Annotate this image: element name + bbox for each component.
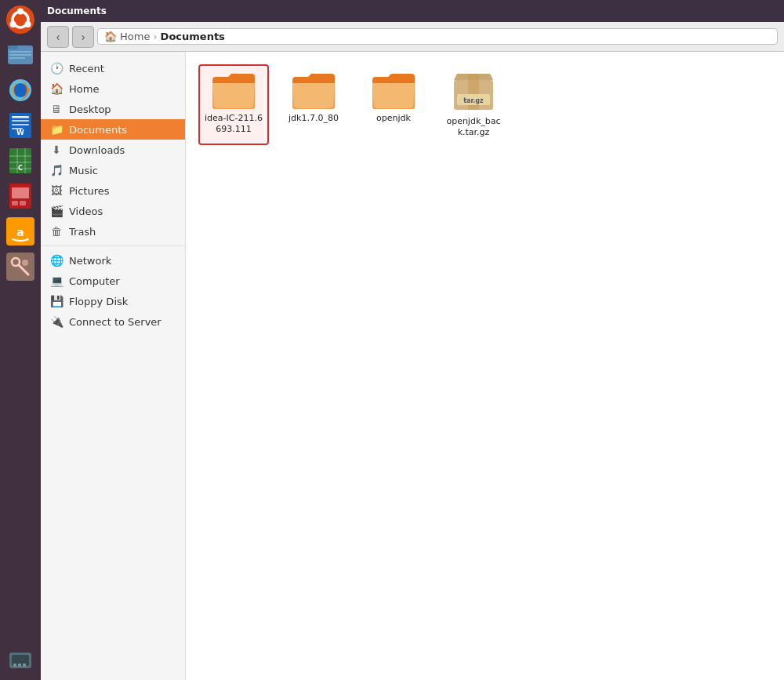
- archive-icon-openjdk-back: tar.gz: [451, 71, 496, 113]
- svg-text:W: W: [16, 129, 24, 136]
- dock-libreoffice-writer[interactable]: W: [4, 109, 37, 142]
- download-icon: ⬇: [50, 144, 63, 156]
- svg-rect-26: [12, 187, 29, 198]
- folder-icon-openjdk: [371, 71, 416, 110]
- music-icon: 🎵: [50, 164, 63, 176]
- svg-text:a: a: [16, 226, 24, 238]
- dock-ubuntu[interactable]: [4, 3, 37, 36]
- breadcrumb[interactable]: 🏠 Home › Documents: [97, 28, 778, 45]
- svg-text:C: C: [18, 165, 23, 172]
- forward-button[interactable]: ›: [72, 26, 94, 48]
- folder-icon-jdk: [291, 71, 336, 110]
- file-label-idea: idea-IC-211.6693.111: [205, 113, 263, 136]
- file-label-openjdk: openjdk: [376, 113, 411, 124]
- sidebar-label-videos: Videos: [69, 205, 103, 217]
- folder-icon-sidebar: 📁: [50, 123, 63, 136]
- sidebar-item-downloads[interactable]: ⬇ Downloads: [41, 140, 185, 160]
- sidebar-item-home[interactable]: 🏠 Home: [41, 78, 185, 99]
- svg-text:tar.gz: tar.gz: [463, 97, 484, 104]
- svg-rect-14: [12, 120, 29, 122]
- svg-rect-27: [12, 201, 18, 205]
- sidebar-item-connect[interactable]: 🔌 Connect to Server: [41, 311, 185, 332]
- dock-storage[interactable]: [4, 644, 37, 677]
- sidebar-item-documents[interactable]: 📁 Documents: [41, 119, 185, 140]
- dock-tools[interactable]: [4, 250, 37, 283]
- svg-rect-28: [20, 201, 26, 205]
- sidebar-label-documents: Documents: [69, 124, 127, 136]
- floppy-icon: 💾: [50, 295, 63, 307]
- breadcrumb-current: Documents: [161, 31, 225, 42]
- toolbar: ‹ › 🏠 Home › Documents: [41, 22, 784, 52]
- trash-icon: 🗑: [50, 225, 63, 238]
- content-area: 🕐 Recent 🏠 Home 🖥 Desktop 📁 Documents ⬇ …: [41, 52, 784, 680]
- sidebar-label-pictures: Pictures: [69, 185, 109, 197]
- svg-rect-40: [23, 664, 26, 667]
- sidebar-label-desktop: Desktop: [69, 104, 111, 115]
- house-icon: 🏠: [50, 82, 63, 95]
- breadcrumb-separator: ›: [153, 31, 157, 42]
- svg-rect-13: [12, 116, 29, 118]
- sidebar-item-music[interactable]: 🎵 Music: [41, 160, 185, 180]
- dock-libreoffice-calc[interactable]: C: [4, 144, 37, 177]
- svg-point-4: [10, 21, 16, 27]
- sidebar-label-trash: Trash: [69, 226, 96, 238]
- sidebar-item-desktop[interactable]: 🖥 Desktop: [41, 99, 185, 119]
- svg-point-35: [22, 260, 28, 266]
- svg-rect-7: [9, 51, 31, 53]
- sidebar-label-music: Music: [69, 165, 98, 176]
- file-item-jdk[interactable]: jdk1.7.0_80: [278, 64, 349, 145]
- file-item-idea[interactable]: idea-IC-211.6693.111: [198, 64, 269, 145]
- svg-rect-39: [18, 664, 21, 667]
- folder-icon-idea: [211, 71, 256, 110]
- file-label-jdk: jdk1.7.0_80: [289, 113, 339, 124]
- sidebar-item-pictures[interactable]: 🖼 Pictures: [41, 180, 185, 201]
- file-item-openjdk-back[interactable]: tar.gz openjdk_back.tar.gz: [438, 64, 509, 145]
- title-bar: Documents: [41, 0, 784, 22]
- sidebar-label-computer: Computer: [69, 275, 120, 287]
- breadcrumb-home-icon: 🏠: [104, 31, 117, 42]
- svg-rect-15: [12, 124, 29, 125]
- sidebar-item-floppy[interactable]: 💾 Floppy Disk: [41, 291, 185, 311]
- sidebar-label-recent: Recent: [69, 63, 104, 75]
- dock-firefox[interactable]: [4, 74, 37, 107]
- computer-icon: 💻: [50, 275, 63, 287]
- file-item-openjdk[interactable]: openjdk: [358, 64, 429, 145]
- sidebar-item-computer[interactable]: 💻 Computer: [41, 271, 185, 291]
- sidebar-item-recent[interactable]: 🕐 Recent: [41, 58, 185, 78]
- svg-point-2: [17, 9, 24, 15]
- file-label-openjdk-back: openjdk_back.tar.gz: [445, 116, 503, 139]
- svg-point-3: [25, 21, 31, 27]
- svg-rect-8: [9, 54, 31, 56]
- plug-icon: 🔌: [50, 315, 63, 328]
- dock-amazon[interactable]: a: [4, 215, 37, 248]
- dock-files[interactable]: [4, 38, 37, 71]
- sidebar-item-network[interactable]: 🌐 Network: [41, 250, 185, 271]
- application-dock: W C a: [0, 0, 41, 680]
- sidebar-label-connect: Connect to Server: [69, 316, 162, 328]
- sidebar-item-videos[interactable]: 🎬 Videos: [41, 201, 185, 221]
- window-title: Documents: [47, 5, 107, 16]
- film-icon: 🎬: [50, 205, 63, 217]
- sidebar-divider: [41, 245, 185, 246]
- files-area: idea-IC-211.6693.111 jdk1.7.0_80: [186, 52, 784, 680]
- sidebar-label-network: Network: [69, 255, 111, 267]
- image-icon: 🖼: [50, 184, 63, 197]
- back-button[interactable]: ‹: [47, 26, 69, 48]
- svg-rect-9: [9, 57, 25, 59]
- sidebar: 🕐 Recent 🏠 Home 🖥 Desktop 📁 Documents ⬇ …: [41, 52, 186, 680]
- monitor-icon: 🖥: [50, 103, 63, 115]
- clock-icon: 🕐: [50, 62, 63, 75]
- svg-rect-38: [13, 664, 16, 667]
- sidebar-item-trash[interactable]: 🗑 Trash: [41, 221, 185, 242]
- sidebar-label-downloads: Downloads: [69, 144, 125, 156]
- sidebar-label-home: Home: [69, 83, 99, 95]
- breadcrumb-home[interactable]: Home: [120, 31, 150, 42]
- network-icon: 🌐: [50, 254, 63, 267]
- file-manager: Documents ‹ › 🏠 Home › Documents 🕐 Recen…: [41, 0, 784, 680]
- svg-rect-6: [8, 45, 18, 49]
- sidebar-label-floppy: Floppy Disk: [69, 296, 128, 307]
- dock-libreoffice-impress[interactable]: [4, 180, 37, 213]
